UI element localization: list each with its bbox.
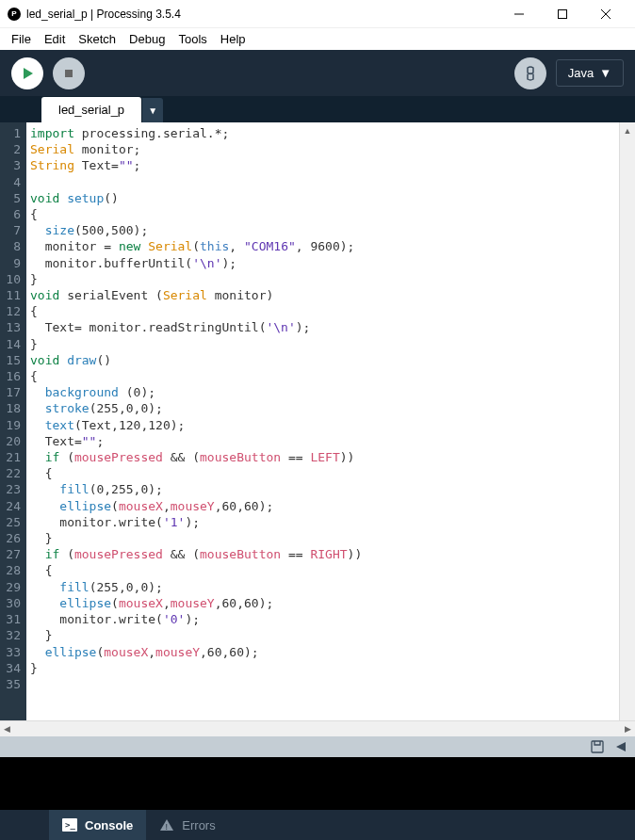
svg-rect-6 [592,741,603,752]
svg-text:>_: >_ [65,820,75,830]
errors-tab-label: Errors [182,818,215,832]
svg-text:!: ! [166,822,169,832]
menu-bar: File Edit Sketch Debug Tools Help [0,28,635,50]
debug-icon-button[interactable] [514,57,546,89]
vertical-scrollbar[interactable]: ▲ [619,122,635,720]
scroll-right-arrow[interactable]: ▶ [625,724,631,734]
menu-help[interactable]: Help [215,30,252,48]
menu-tools[interactable]: Tools [172,30,212,48]
menu-file[interactable]: File [6,30,37,48]
sketch-tab[interactable]: led_serial_p [41,97,141,122]
bottom-tab-bar: >_ Console ! Errors [0,810,635,840]
menu-sketch[interactable]: Sketch [73,30,122,48]
menu-debug[interactable]: Debug [123,30,171,48]
minimize-button[interactable] [497,0,541,28]
close-button[interactable] [584,0,627,28]
collapse-icon[interactable] [614,740,627,753]
menu-edit[interactable]: Edit [39,30,71,48]
horizontal-scrollbar[interactable]: ◀ ▶ [0,720,635,736]
tab-bar: led_serial_p ▼ [0,96,635,122]
toolbar: Java ▼ [0,50,635,96]
stop-button[interactable] [53,57,85,89]
console-icon: >_ [62,818,77,832]
code-area[interactable]: import processing.serial.*;Serial monito… [26,122,619,720]
app-icon: P [8,8,21,21]
line-number-gutter: 1234567891011121314151617181920212223242… [0,122,26,720]
warning-icon: ! [159,818,174,832]
console-tab-label: Console [85,818,133,832]
mode-label: Java [568,66,594,80]
svg-marker-7 [616,742,626,751]
svg-rect-5 [65,70,73,77]
save-indicator-icon[interactable] [590,739,605,754]
svg-rect-1 [559,9,567,18]
chevron-down-icon: ▼ [599,66,611,80]
console-output[interactable] [0,757,635,810]
window-title: led_serial_p | Processing 3.5.4 [26,8,497,21]
code-editor[interactable]: 1234567891011121314151617181920212223242… [0,122,635,720]
errors-tab[interactable]: ! Errors [146,810,228,840]
maximize-button[interactable] [541,0,584,28]
title-bar: P led_serial_p | Processing 3.5.4 [0,0,635,28]
console-tab[interactable]: >_ Console [49,810,146,840]
run-button[interactable] [11,57,43,89]
svg-marker-4 [24,68,33,79]
mode-selector[interactable]: Java ▼ [556,59,624,87]
tab-dropdown-button[interactable]: ▼ [142,98,163,122]
scroll-up-arrow[interactable]: ▲ [620,122,635,138]
scroll-left-arrow[interactable]: ◀ [4,724,10,734]
status-bar [0,736,635,757]
